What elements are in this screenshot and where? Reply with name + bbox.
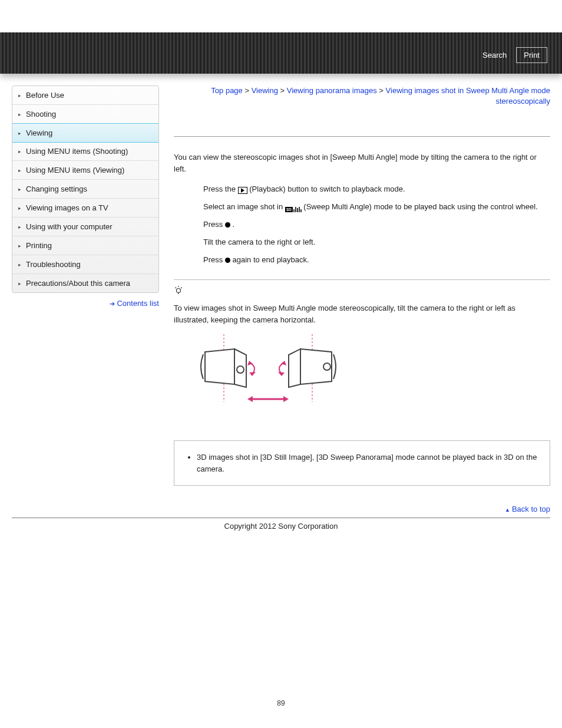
footer-divider: [12, 518, 550, 518]
chevron-right-icon: ▸: [18, 130, 21, 136]
sidebar-item-viewing[interactable]: ▸Viewing: [12, 123, 159, 143]
chevron-right-icon: ▸: [18, 243, 21, 249]
sidebar-item-printing[interactable]: ▸Printing: [12, 236, 158, 255]
sidebar-item-label: Shooting: [26, 110, 56, 118]
note-box: 3D images shot in [3D Still Image], [3D …: [174, 440, 550, 486]
page-number: 89: [0, 699, 562, 707]
breadcrumb: Top page > Viewing > Viewing panorama im…: [174, 85, 550, 107]
main-content: Top page > Viewing > Viewing panorama im…: [174, 85, 550, 515]
tip-section: To view images shot in Sweep Multi Angle…: [174, 279, 550, 411]
sidebar-item-before-use[interactable]: ▸Before Use: [12, 86, 158, 105]
sidebar-item-using-menu-items-shooting[interactable]: ▸Using MENU items (Shooting): [12, 142, 158, 161]
contents-list-link[interactable]: ➔Contents list: [12, 299, 159, 308]
svg-marker-9: [249, 372, 256, 376]
sidebar-item-using-menu-items-viewing[interactable]: ▸Using MENU items (Viewing): [12, 161, 158, 180]
svg-line-3: [181, 288, 182, 289]
tip-text: To view images shot in Sweep Multi Angle…: [174, 302, 550, 325]
sidebar-item-using-with-your-computer[interactable]: ▸Using with your computer: [12, 218, 158, 236]
sidebar: ▸Before Use▸Shooting▸Viewing▸Using MENU …: [12, 85, 159, 515]
breadcrumb-part[interactable]: Top page: [211, 86, 243, 95]
svg-point-7: [237, 366, 244, 373]
sidebar-nav: ▸Before Use▸Shooting▸Viewing▸Using MENU …: [12, 85, 159, 293]
center-button-icon: [225, 222, 230, 228]
sidebar-item-label: Viewing images on a TV: [26, 203, 108, 212]
sweep-multi-angle-icon: 3D: [285, 207, 302, 212]
note-text: 3D images shot in [3D Still Image], [3D …: [197, 452, 538, 475]
tip-icon: [174, 285, 183, 299]
divider: [174, 136, 550, 137]
sidebar-item-label: Using with your computer: [26, 222, 113, 231]
svg-marker-15: [283, 396, 289, 402]
breadcrumb-part[interactable]: Viewing images shot in Sweep Multi Angle…: [386, 86, 550, 106]
svg-point-10: [323, 363, 330, 370]
svg-point-0: [177, 289, 181, 293]
sidebar-item-changing-settings[interactable]: ▸Changing settings: [12, 180, 158, 199]
print-button[interactable]: Print: [516, 47, 547, 63]
sidebar-item-label: Viewing: [26, 129, 52, 137]
sidebar-item-label: Precautions/About this camera: [26, 279, 130, 288]
sidebar-item-label: Using MENU items (Viewing): [26, 166, 124, 174]
step-5: Press again to end playback.: [203, 252, 550, 268]
svg-marker-14: [247, 396, 253, 402]
back-to-top-link[interactable]: ▲Back to top: [174, 503, 550, 515]
search-button[interactable]: Search: [477, 47, 513, 63]
sidebar-item-label: Changing settings: [26, 185, 87, 193]
chevron-right-icon: ▸: [18, 149, 21, 154]
sidebar-item-viewing-images-on-a-tv[interactable]: ▸Viewing images on a TV: [12, 199, 158, 218]
center-button-icon: [225, 258, 230, 263]
intro-text: You can view the stereoscopic images sho…: [174, 151, 550, 174]
chevron-right-icon: ▸: [18, 205, 21, 211]
step-3: Press .: [203, 217, 550, 232]
steps-list: Press the (Playback) button to switch to…: [203, 182, 550, 268]
chevron-right-icon: ▸: [18, 93, 21, 98]
triangle-up-icon: ▲: [505, 507, 510, 513]
header-actions: Search Print: [477, 47, 547, 63]
tilt-diagram: [191, 334, 356, 411]
svg-line-2: [176, 288, 177, 289]
sidebar-item-label: Troubleshooting: [26, 260, 81, 269]
chevron-right-icon: ▸: [18, 224, 21, 230]
copyright-text: Copyright 2012 Sony Corporation: [0, 522, 562, 531]
step-1: Press the (Playback) button to switch to…: [203, 182, 550, 197]
chevron-right-icon: ▸: [18, 281, 21, 286]
playback-icon: [238, 187, 247, 194]
step-2: Select an image shot in 3D (Sweep Multi …: [203, 199, 550, 215]
sidebar-item-shooting[interactable]: ▸Shooting: [12, 105, 158, 124]
svg-marker-12: [278, 372, 285, 376]
sidebar-item-label: Using MENU items (Shooting): [26, 147, 128, 156]
header-bar: Search Print: [0, 32, 562, 74]
sidebar-item-troubleshooting[interactable]: ▸Troubleshooting: [12, 255, 158, 274]
breadcrumb-part[interactable]: Viewing panorama images: [287, 86, 377, 95]
chevron-right-icon: ▸: [18, 186, 21, 192]
step-4: Tilt the camera to the right or left.: [203, 235, 550, 250]
chevron-right-icon: ▸: [18, 111, 21, 117]
contents-list-label[interactable]: Contents list: [117, 299, 159, 308]
sidebar-item-label: Before Use: [26, 91, 64, 100]
chevron-right-icon: ▸: [18, 262, 21, 268]
arrow-right-icon: ➔: [110, 300, 115, 307]
chevron-right-icon: ▸: [18, 167, 21, 173]
sidebar-item-precautions-about-this-camera[interactable]: ▸Precautions/About this camera: [12, 274, 158, 292]
sidebar-item-label: Printing: [26, 241, 52, 250]
breadcrumb-part[interactable]: Viewing: [252, 86, 278, 95]
